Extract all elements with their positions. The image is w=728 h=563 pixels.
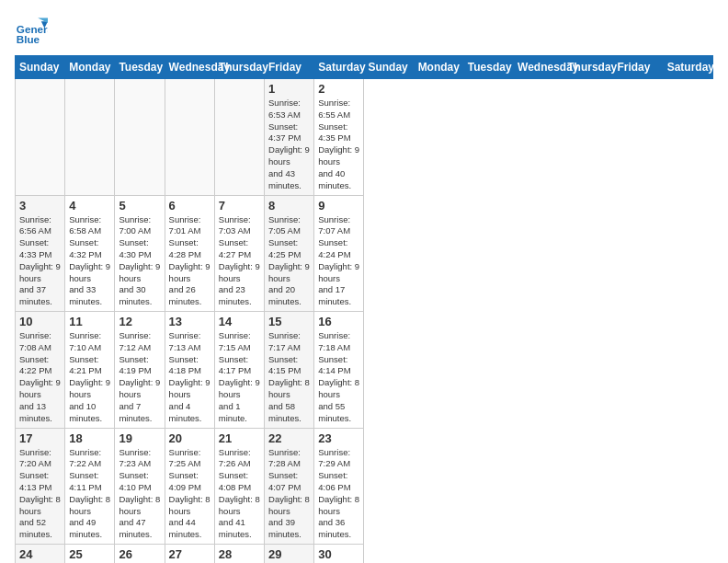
calendar-cell: 4Sunrise: 6:58 AM Sunset: 4:32 PM Daylig… bbox=[65, 195, 115, 312]
calendar-cell: 25Sunrise: 7:33 AM Sunset: 4:04 PM Dayli… bbox=[65, 545, 115, 564]
calendar-cell: 3Sunrise: 6:56 AM Sunset: 4:33 PM Daylig… bbox=[16, 195, 65, 312]
logo: General Blue bbox=[15, 15, 48, 48]
day-number: 18 bbox=[69, 431, 110, 445]
calendar-cell bbox=[115, 79, 165, 196]
day-number: 28 bbox=[219, 547, 260, 561]
day-number: 21 bbox=[219, 431, 260, 445]
day-number: 20 bbox=[169, 431, 210, 445]
calendar-cell: 5Sunrise: 7:00 AM Sunset: 4:30 PM Daylig… bbox=[115, 195, 165, 312]
day-info: Sunrise: 7:29 AM Sunset: 4:06 PM Dayligh… bbox=[318, 447, 359, 542]
day-number: 8 bbox=[268, 199, 310, 213]
day-info: Sunrise: 6:58 AM Sunset: 4:32 PM Dayligh… bbox=[69, 214, 110, 309]
calendar-cell bbox=[165, 79, 214, 196]
calendar-cell: 14Sunrise: 7:15 AM Sunset: 4:17 PM Dayli… bbox=[214, 312, 264, 429]
day-number: 23 bbox=[318, 431, 359, 445]
day-info: Sunrise: 7:10 AM Sunset: 4:21 PM Dayligh… bbox=[69, 330, 110, 425]
calendar-cell: 16Sunrise: 7:18 AM Sunset: 4:14 PM Dayli… bbox=[314, 312, 364, 429]
calendar-cell: 19Sunrise: 7:23 AM Sunset: 4:10 PM Dayli… bbox=[115, 428, 165, 545]
weekday-header-wednesday: Wednesday bbox=[514, 56, 563, 79]
day-info: Sunrise: 7:12 AM Sunset: 4:19 PM Dayligh… bbox=[119, 330, 160, 425]
calendar-header-row: SundayMondayTuesdayWednesdayThursdayFrid… bbox=[16, 56, 713, 79]
day-info: Sunrise: 7:05 AM Sunset: 4:25 PM Dayligh… bbox=[268, 214, 310, 309]
day-number: 27 bbox=[169, 547, 210, 561]
day-info: Sunrise: 6:53 AM Sunset: 4:37 PM Dayligh… bbox=[268, 98, 310, 192]
calendar-cell: 15Sunrise: 7:17 AM Sunset: 4:15 PM Dayli… bbox=[265, 312, 314, 429]
day-number: 26 bbox=[119, 547, 160, 561]
day-number: 14 bbox=[219, 315, 260, 328]
calendar-week-4: 17Sunrise: 7:20 AM Sunset: 4:13 PM Dayli… bbox=[16, 428, 713, 545]
calendar-week-5: 24Sunrise: 7:31 AM Sunset: 4:05 PM Dayli… bbox=[16, 545, 713, 564]
weekday-header-thursday: Thursday bbox=[563, 56, 613, 79]
calendar-cell: 23Sunrise: 7:29 AM Sunset: 4:06 PM Dayli… bbox=[314, 428, 364, 545]
day-number: 6 bbox=[169, 199, 210, 213]
calendar-cell: 13Sunrise: 7:13 AM Sunset: 4:18 PM Dayli… bbox=[165, 312, 214, 429]
weekday-header-tuesday: Tuesday bbox=[115, 56, 165, 79]
calendar-cell: 10Sunrise: 7:08 AM Sunset: 4:22 PM Dayli… bbox=[16, 312, 65, 429]
weekday-header-monday: Monday bbox=[414, 56, 463, 79]
weekday-header-sunday: Sunday bbox=[16, 56, 65, 79]
calendar-week-3: 10Sunrise: 7:08 AM Sunset: 4:22 PM Dayli… bbox=[16, 312, 713, 429]
calendar-cell: 24Sunrise: 7:31 AM Sunset: 4:05 PM Dayli… bbox=[16, 545, 65, 564]
calendar-cell: 9Sunrise: 7:07 AM Sunset: 4:24 PM Daylig… bbox=[314, 195, 364, 312]
calendar-table: SundayMondayTuesdayWednesdayThursdayFrid… bbox=[15, 55, 713, 563]
calendar-cell: 26Sunrise: 7:34 AM Sunset: 4:03 PM Dayli… bbox=[115, 545, 165, 564]
day-number: 12 bbox=[119, 315, 160, 328]
calendar-cell: 27Sunrise: 7:36 AM Sunset: 4:02 PM Dayli… bbox=[165, 545, 214, 564]
day-number: 30 bbox=[318, 547, 359, 561]
calendar-cell: 20Sunrise: 7:25 AM Sunset: 4:09 PM Dayli… bbox=[165, 428, 214, 545]
calendar-cell bbox=[214, 79, 264, 196]
calendar-cell: 2Sunrise: 6:55 AM Sunset: 4:35 PM Daylig… bbox=[314, 79, 364, 196]
day-info: Sunrise: 7:28 AM Sunset: 4:07 PM Dayligh… bbox=[268, 447, 310, 542]
day-info: Sunrise: 7:26 AM Sunset: 4:08 PM Dayligh… bbox=[219, 447, 260, 542]
calendar-cell: 18Sunrise: 7:22 AM Sunset: 4:11 PM Dayli… bbox=[65, 428, 115, 545]
day-number: 19 bbox=[119, 431, 160, 445]
day-number: 29 bbox=[268, 547, 310, 561]
day-number: 17 bbox=[19, 431, 61, 445]
page-header: General Blue bbox=[15, 15, 713, 48]
day-number: 25 bbox=[69, 547, 110, 561]
day-number: 22 bbox=[268, 431, 310, 445]
calendar-cell: 29Sunrise: 7:38 AM Sunset: 4:01 PM Dayli… bbox=[265, 545, 314, 564]
calendar-week-2: 3Sunrise: 6:56 AM Sunset: 4:33 PM Daylig… bbox=[16, 195, 713, 312]
calendar-cell: 11Sunrise: 7:10 AM Sunset: 4:21 PM Dayli… bbox=[65, 312, 115, 429]
weekday-header-saturday: Saturday bbox=[663, 56, 712, 79]
day-info: Sunrise: 7:15 AM Sunset: 4:17 PM Dayligh… bbox=[219, 330, 260, 425]
weekday-header-monday: Monday bbox=[65, 56, 115, 79]
calendar-cell: 17Sunrise: 7:20 AM Sunset: 4:13 PM Dayli… bbox=[16, 428, 65, 545]
calendar-cell: 8Sunrise: 7:05 AM Sunset: 4:25 PM Daylig… bbox=[265, 195, 314, 312]
day-number: 2 bbox=[318, 82, 359, 96]
calendar-week-1: 1Sunrise: 6:53 AM Sunset: 4:37 PM Daylig… bbox=[16, 79, 713, 196]
day-info: Sunrise: 7:20 AM Sunset: 4:13 PM Dayligh… bbox=[19, 447, 61, 542]
day-info: Sunrise: 7:23 AM Sunset: 4:10 PM Dayligh… bbox=[119, 447, 160, 542]
weekday-header-saturday: Saturday bbox=[314, 56, 364, 79]
calendar-cell: 30Sunrise: 7:40 AM Sunset: 4:00 PM Dayli… bbox=[314, 545, 364, 564]
calendar-cell: 22Sunrise: 7:28 AM Sunset: 4:07 PM Dayli… bbox=[265, 428, 314, 545]
day-number: 11 bbox=[69, 315, 110, 328]
day-number: 1 bbox=[268, 82, 310, 96]
day-number: 5 bbox=[119, 199, 160, 213]
day-info: Sunrise: 7:03 AM Sunset: 4:27 PM Dayligh… bbox=[219, 214, 260, 309]
calendar-cell: 28Sunrise: 7:37 AM Sunset: 4:02 PM Dayli… bbox=[214, 545, 264, 564]
day-number: 13 bbox=[169, 315, 210, 328]
day-info: Sunrise: 7:00 AM Sunset: 4:30 PM Dayligh… bbox=[119, 214, 160, 309]
day-number: 9 bbox=[318, 199, 359, 213]
weekday-header-thursday: Thursday bbox=[214, 56, 264, 79]
day-info: Sunrise: 7:25 AM Sunset: 4:09 PM Dayligh… bbox=[169, 447, 210, 542]
weekday-header-friday: Friday bbox=[613, 56, 663, 79]
day-number: 3 bbox=[19, 199, 61, 213]
day-info: Sunrise: 7:22 AM Sunset: 4:11 PM Dayligh… bbox=[69, 447, 110, 542]
day-info: Sunrise: 7:01 AM Sunset: 4:28 PM Dayligh… bbox=[169, 214, 210, 309]
calendar-cell: 21Sunrise: 7:26 AM Sunset: 4:08 PM Dayli… bbox=[214, 428, 264, 545]
calendar-cell: 1Sunrise: 6:53 AM Sunset: 4:37 PM Daylig… bbox=[265, 79, 314, 196]
day-number: 4 bbox=[69, 199, 110, 213]
calendar-cell: 7Sunrise: 7:03 AM Sunset: 4:27 PM Daylig… bbox=[214, 195, 264, 312]
day-info: Sunrise: 7:08 AM Sunset: 4:22 PM Dayligh… bbox=[19, 330, 61, 425]
weekday-header-sunday: Sunday bbox=[364, 56, 414, 79]
day-info: Sunrise: 7:07 AM Sunset: 4:24 PM Dayligh… bbox=[318, 214, 359, 309]
weekday-header-wednesday: Wednesday bbox=[165, 56, 214, 79]
day-number: 16 bbox=[318, 315, 359, 328]
logo-icon: General Blue bbox=[15, 15, 48, 48]
calendar-cell: 12Sunrise: 7:12 AM Sunset: 4:19 PM Dayli… bbox=[115, 312, 165, 429]
day-info: Sunrise: 7:13 AM Sunset: 4:18 PM Dayligh… bbox=[169, 330, 210, 425]
day-number: 7 bbox=[219, 199, 260, 213]
